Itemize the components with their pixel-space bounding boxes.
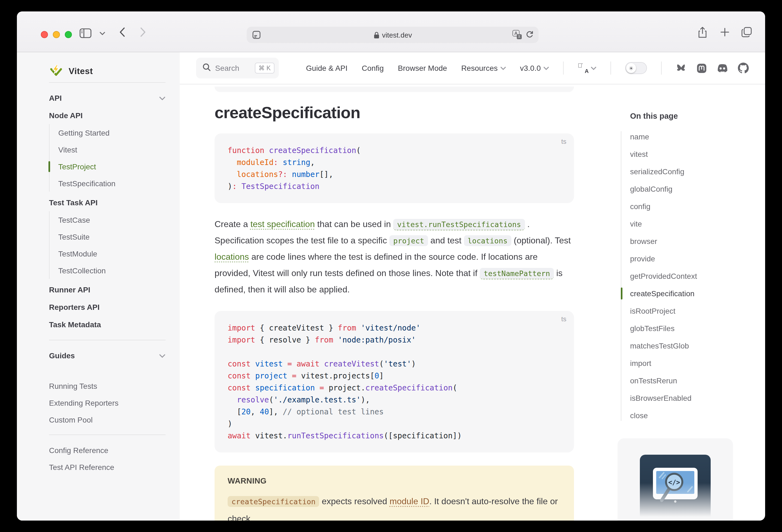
outline-item-globalconfig[interactable]: globalConfig bbox=[621, 180, 765, 198]
warning-title: WARNING bbox=[227, 476, 561, 485]
sidebar-item-extending-reporters[interactable]: Extending Reporters bbox=[49, 394, 166, 411]
chevron-down-icon bbox=[159, 351, 166, 360]
warning-callout: WARNING createSpecification expects reso… bbox=[215, 466, 574, 521]
back-icon[interactable] bbox=[119, 27, 125, 37]
outline-item-config[interactable]: config bbox=[621, 198, 765, 215]
sidebar-item-testmodule[interactable]: TestModule bbox=[58, 245, 166, 262]
screen: vitest.dev A文 bbox=[0, 0, 782, 532]
share-icon[interactable] bbox=[698, 27, 707, 38]
outline-item-globtestfiles[interactable]: globTestFiles bbox=[621, 320, 765, 337]
new-tab-icon[interactable] bbox=[720, 27, 730, 37]
sidebar-item-testcase[interactable]: TestCase bbox=[58, 211, 166, 228]
outline-item-isbrowserenabled[interactable]: isBrowserEnabled bbox=[621, 389, 765, 407]
sidebar-section-guides[interactable]: Guides bbox=[49, 347, 166, 364]
github-icon[interactable] bbox=[738, 63, 749, 73]
warning-text: createSpecification expects resolved mod… bbox=[227, 493, 561, 521]
sidebar-item-testspecification[interactable]: TestSpecification bbox=[58, 175, 166, 192]
close-window-button[interactable] bbox=[41, 31, 48, 38]
outline-item-vite[interactable]: vite bbox=[621, 215, 765, 233]
chevron-down-icon bbox=[159, 94, 166, 102]
outline-item-browser[interactable]: browser bbox=[621, 233, 765, 250]
tabs-overview-icon[interactable] bbox=[741, 27, 752, 38]
search-button[interactable]: Search ⌘ K bbox=[196, 58, 279, 78]
sidebar-toggle-icon[interactable] bbox=[79, 28, 92, 38]
sidebar-chevron-down-icon[interactable] bbox=[100, 32, 105, 35]
window-controls bbox=[41, 31, 72, 38]
outline-item-createspecification[interactable]: createSpecification bbox=[621, 285, 765, 302]
outline-item-provide[interactable]: provide bbox=[621, 250, 765, 268]
lock-icon bbox=[373, 31, 379, 38]
theme-toggle[interactable]: ☀ bbox=[625, 62, 647, 74]
link-run-test-specifications[interactable]: vitest.runTestSpecifications bbox=[393, 219, 525, 230]
link-test-specification[interactable]: test specification bbox=[250, 219, 315, 229]
sidebar-item-testcollection[interactable]: TestCollection bbox=[58, 262, 166, 279]
sidebar-item-getting-started[interactable]: Getting Started bbox=[58, 124, 166, 141]
sidebar: Vitest API Node API Getting Started Vite… bbox=[17, 52, 180, 521]
address-bar[interactable]: vitest.dev A文 bbox=[247, 27, 539, 43]
fullscreen-window-button[interactable] bbox=[65, 31, 72, 38]
outline-item-serializedconfig[interactable]: serializedConfig bbox=[621, 163, 765, 180]
outline-item-vitest[interactable]: vitest bbox=[621, 145, 765, 163]
link-module-id[interactable]: module ID bbox=[390, 497, 429, 506]
sidebar-group-test-task-api[interactable]: Test Task API bbox=[49, 194, 166, 211]
bluesky-icon[interactable] bbox=[676, 63, 687, 73]
sidebar-section-api[interactable]: API bbox=[49, 89, 166, 107]
browser-toolbar: vitest.dev A文 bbox=[17, 11, 765, 52]
link-locations[interactable]: locations bbox=[215, 252, 249, 261]
sidebar-item-reporters-api[interactable]: Reporters API bbox=[49, 298, 166, 316]
sidebar-item-custom-pool[interactable]: Custom Pool bbox=[49, 411, 166, 428]
outline-item-name[interactable]: name bbox=[621, 128, 765, 145]
sidebar-item-running-tests[interactable]: Running Tests bbox=[49, 377, 166, 394]
outline-item-import[interactable]: import bbox=[621, 354, 765, 372]
search-icon bbox=[203, 63, 211, 73]
sidebar-item-testsuite[interactable]: TestSuite bbox=[58, 228, 166, 245]
sidebar-item-test-api-reference[interactable]: Test API Reference bbox=[49, 459, 166, 475]
sidebar-item-task-metadata[interactable]: Task Metadata bbox=[49, 316, 166, 333]
outline-item-ontestsrerun[interactable]: onTestsRerun bbox=[621, 372, 765, 389]
on-this-page-title: On this page bbox=[621, 110, 765, 121]
sun-icon: ☀ bbox=[626, 63, 636, 73]
sidebar-group-node-api[interactable]: Node API bbox=[49, 107, 166, 124]
minimize-window-button[interactable] bbox=[53, 31, 60, 38]
ad-fade-overlay bbox=[617, 483, 733, 521]
discord-icon[interactable] bbox=[717, 64, 728, 73]
vitest-logo[interactable]: Vitest bbox=[49, 52, 166, 79]
sidebar-item-vitest[interactable]: Vitest bbox=[58, 141, 166, 158]
outline-item-close[interactable]: close bbox=[621, 407, 765, 424]
divider bbox=[563, 62, 564, 75]
on-this-page: On this page name vitest serializedConfi… bbox=[604, 84, 765, 521]
outline-item-getprovidedcontext[interactable]: getProvidedContext bbox=[621, 268, 765, 285]
sponsor-ad-card[interactable]: </> bbox=[617, 438, 733, 521]
sidebar-item-config-reference[interactable]: Config Reference bbox=[49, 441, 166, 459]
outline-item-isrootproject[interactable]: isRootProject bbox=[621, 302, 765, 320]
description-paragraph: Create a test specification that can be … bbox=[215, 216, 574, 298]
url-text: vitest.dev bbox=[382, 31, 412, 39]
divider bbox=[49, 434, 166, 435]
vitest-logo-icon bbox=[49, 64, 63, 78]
code-block-signature: ts function createSpecification( moduleI… bbox=[215, 133, 574, 203]
chevron-down-icon bbox=[500, 66, 506, 70]
language-icon: 文̇A bbox=[578, 63, 589, 73]
nav-browser-mode[interactable]: Browser Mode bbox=[398, 64, 447, 72]
sidebar-item-runner-api[interactable]: Runner API bbox=[49, 281, 166, 298]
mastodon-icon[interactable] bbox=[697, 63, 707, 73]
language-menu[interactable]: 文̇A bbox=[578, 63, 596, 73]
browser-window: vitest.dev A文 bbox=[17, 11, 765, 521]
sidebar-item-testproject[interactable]: TestProject bbox=[58, 158, 166, 175]
inline-code-create-specification: createSpecification bbox=[227, 496, 319, 507]
outline-item-matchestestglob[interactable]: matchesTestGlob bbox=[621, 337, 765, 354]
nav-version[interactable]: v3.0.0 bbox=[520, 64, 549, 72]
nav-resources[interactable]: Resources bbox=[461, 64, 506, 72]
forward-icon[interactable] bbox=[140, 27, 146, 37]
chevron-down-icon bbox=[543, 66, 549, 70]
reload-icon[interactable] bbox=[526, 30, 534, 38]
code-lang-badge: ts bbox=[561, 138, 566, 145]
translate-icon[interactable]: A文 bbox=[512, 30, 521, 39]
divider bbox=[661, 62, 662, 75]
sidebar-nav: API Node API Getting Started Vitest Test… bbox=[49, 83, 166, 475]
nav-config[interactable]: Config bbox=[362, 64, 384, 72]
divider bbox=[610, 62, 611, 75]
link-test-name-pattern[interactable]: testNamePattern bbox=[480, 268, 554, 279]
site-navbar: Search ⌘ K Guide & API Config Browser Mo… bbox=[180, 52, 765, 84]
nav-guide-api[interactable]: Guide & API bbox=[306, 64, 348, 72]
